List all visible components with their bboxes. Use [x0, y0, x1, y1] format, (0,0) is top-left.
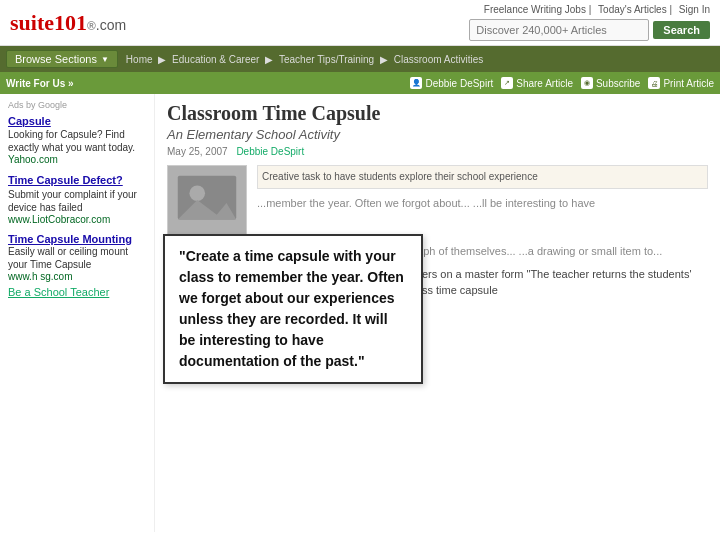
article-text-block: Creative task to have students explore t…: [257, 165, 708, 235]
top-right-section: Freelance Writing Jobs | Today's Article…: [469, 4, 710, 41]
print-article-link[interactable]: 🖨 Print Article: [648, 77, 714, 89]
mounting-ad-desc: Easily wall or ceiling mount your Time C…: [8, 245, 146, 271]
share-article-link[interactable]: ↗ Share Article: [501, 77, 573, 89]
article-title: Classroom Time Capsule: [167, 102, 708, 125]
write-actions: 👤 Debbie DeSpirt ↗ Share Article ◉ Subsc…: [410, 77, 714, 89]
ad-title-defect[interactable]: Time Capsule Defect?: [8, 173, 146, 187]
freelance-link[interactable]: Freelance Writing Jobs: [484, 4, 586, 15]
nav-bar: Browse Sections ▼ Home ▶ Education & Car…: [0, 46, 720, 72]
author-link[interactable]: 👤 Debbie DeSpirt: [410, 77, 493, 89]
top-bar: suite101®.com Freelance Writing Jobs | T…: [0, 0, 720, 46]
svg-point-2: [189, 185, 205, 201]
main-content: Ads by Google Capsule Looking for Capsul…: [0, 94, 720, 532]
articles-link[interactable]: Today's Articles: [598, 4, 667, 15]
breadcrumb-home[interactable]: Home: [126, 54, 153, 65]
browse-arrow-icon: ▼: [101, 55, 109, 64]
share-icon: ↗: [501, 77, 513, 89]
write-for-us-link[interactable]: Write For Us »: [6, 78, 74, 89]
ad-desc-capsule: Looking for Capsule? Find exactly what y…: [8, 128, 146, 154]
search-input[interactable]: [469, 19, 649, 41]
article-body: Creative task to have students explore t…: [167, 165, 708, 235]
print-icon: 🖨: [648, 77, 660, 89]
subscribe-link[interactable]: ◉ Subscribe: [581, 77, 640, 89]
browse-label: Browse Sections: [15, 53, 97, 65]
ad-title-capsule[interactable]: Capsule: [8, 114, 146, 128]
ad-item-capsule: Capsule Looking for Capsule? Find exactl…: [8, 114, 146, 165]
quote-overlay: "Create a time capsule with your class t…: [163, 234, 423, 384]
ad-url-defect: www.LiotCobracor.com: [8, 214, 146, 225]
mounting-ad-url: www.h sg.com: [8, 271, 146, 282]
article-meta: May 25, 2007 Debbie DeSpirt: [167, 146, 708, 157]
mounting-ad-title[interactable]: Time Capsule Mounting: [8, 233, 146, 245]
top-links: Freelance Writing Jobs | Today's Article…: [480, 4, 710, 15]
ad-item-defect: Time Capsule Defect? Submit your complai…: [8, 173, 146, 224]
breadcrumb-teacher[interactable]: Teacher Tips/Training: [279, 54, 374, 65]
site-logo: suite101®.com: [10, 10, 126, 36]
article-right-block: Creative task to have students explore t…: [257, 165, 708, 189]
write-bar: Write For Us » 👤 Debbie DeSpirt ↗ Share …: [0, 72, 720, 94]
ad-desc-defect: Submit your complaint if your device has…: [8, 188, 146, 214]
ad-url-capsule: Yahoo.com: [8, 154, 146, 165]
author-name-link[interactable]: Debbie DeSpirt: [236, 146, 304, 157]
ads-label: Ads by Google: [8, 100, 146, 110]
left-sidebar: Ads by Google Capsule Looking for Capsul…: [0, 94, 155, 532]
article-area: Classroom Time Capsule An Elementary Sch…: [155, 94, 720, 532]
sidebar-ad-mounting: Time Capsule Mounting Easily wall or cei…: [8, 233, 146, 282]
article-subtitle: An Elementary School Activity: [167, 127, 708, 142]
breadcrumb: Home ▶ Education & Career ▶ Teacher Tips…: [126, 54, 483, 65]
article-image: [167, 165, 247, 235]
quote-text: "Create a time capsule with your class t…: [179, 248, 404, 369]
signin-link[interactable]: Sign In: [679, 4, 710, 15]
rss-icon: ◉: [581, 77, 593, 89]
breadcrumb-education[interactable]: Education & Career: [172, 54, 259, 65]
search-bar: Search: [469, 19, 710, 41]
logo-text: suite101: [10, 10, 87, 35]
article-body-text-1: ...member the year. Often we forgot abou…: [257, 195, 708, 212]
person-icon: 👤: [410, 77, 422, 89]
search-button[interactable]: Search: [653, 21, 710, 39]
be-school-teacher-link[interactable]: Be a School Teacher: [8, 286, 146, 298]
browse-sections-button[interactable]: Browse Sections ▼: [6, 50, 118, 68]
breadcrumb-classroom[interactable]: Classroom Activities: [394, 54, 483, 65]
